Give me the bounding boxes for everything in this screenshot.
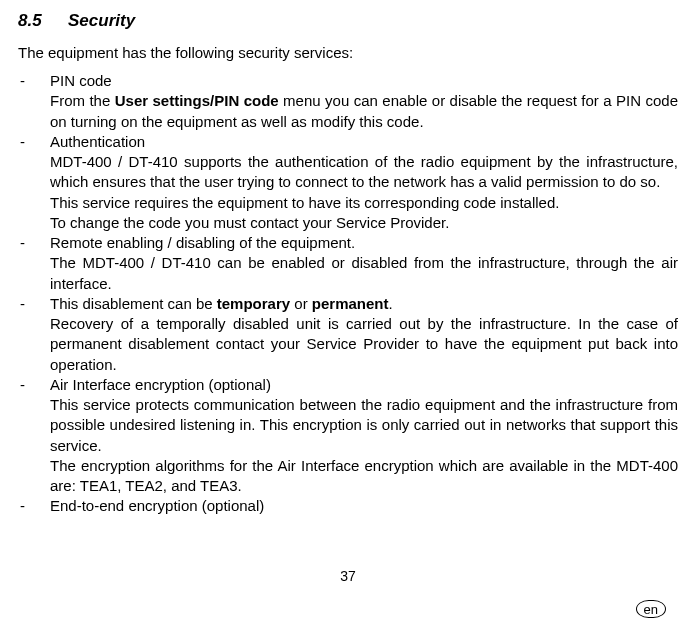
list-item: - Remote enabling / disabling of the equ…	[18, 233, 678, 294]
para-pre: From the	[50, 92, 115, 109]
list-item: - Air Interface encryption (optional) Th…	[18, 375, 678, 497]
bullet-pre: This disablement can be	[50, 295, 217, 312]
list-item: - End-to-end encryption (optional)	[18, 496, 678, 516]
body-paragraph: This service protects communication betw…	[50, 395, 678, 456]
bullet-row: - Remote enabling / disabling of the equ…	[18, 233, 678, 253]
list-item: - PIN code From the User settings/PIN co…	[18, 71, 678, 132]
bullet-text: Remote enabling / disabling of the equip…	[50, 233, 678, 253]
dash-icon: -	[18, 375, 50, 395]
dash-icon: -	[18, 71, 50, 91]
body-paragraph: The encryption algorithms for the Air In…	[50, 456, 678, 497]
bullet-text: This disablement can be temporary or per…	[50, 294, 678, 314]
bullet-text: End-to-end encryption (optional)	[50, 496, 678, 516]
bullet-bold: temporary	[217, 295, 290, 312]
intro-text: The equipment has the following security…	[18, 43, 678, 63]
bullet-post: .	[389, 295, 393, 312]
para-bold: User settings/PIN code	[115, 92, 279, 109]
bullet-row: - Authentication	[18, 132, 678, 152]
bullet-bold: permanent	[312, 295, 389, 312]
dash-icon: -	[18, 132, 50, 152]
bullet-row: - This disablement can be temporary or p…	[18, 294, 678, 314]
bullet-row: - PIN code	[18, 71, 678, 91]
list-item: - This disablement can be temporary or p…	[18, 294, 678, 375]
body-paragraph: MDT-400 / DT-410 supports the authentica…	[50, 152, 678, 193]
bullet-row: - End-to-end encryption (optional)	[18, 496, 678, 516]
bullet-text: PIN code	[50, 71, 678, 91]
body-paragraph: Recovery of a temporally disabled unit i…	[50, 314, 678, 375]
section-title: Security	[68, 11, 135, 30]
section-heading: 8.5Security	[18, 10, 678, 33]
dash-icon: -	[18, 496, 50, 516]
language-badge: en	[636, 600, 666, 618]
dash-icon: -	[18, 294, 50, 314]
bullet-text: Air Interface encryption (optional)	[50, 375, 678, 395]
dash-icon: -	[18, 233, 50, 253]
body-paragraph: This service requires the equipment to h…	[50, 193, 678, 213]
bullet-row: - Air Interface encryption (optional)	[18, 375, 678, 395]
bullet-text: Authentication	[50, 132, 678, 152]
page-number: 37	[0, 567, 696, 586]
body-paragraph: From the User settings/PIN code menu you…	[50, 91, 678, 132]
bullet-mid: or	[290, 295, 312, 312]
body-paragraph: To change the code you must contact your…	[50, 213, 678, 233]
list-item: - Authentication MDT-400 / DT-410 suppor…	[18, 132, 678, 233]
body-paragraph: The MDT-400 / DT-410 can be enabled or d…	[50, 253, 678, 294]
section-number: 8.5	[18, 10, 68, 33]
